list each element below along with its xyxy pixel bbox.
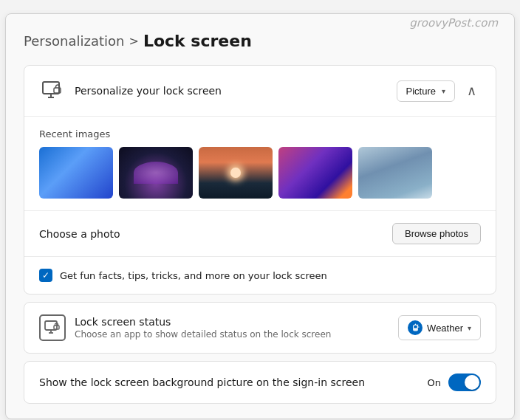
personalize-header-left: Personalize your lock screen [39, 78, 222, 104]
picture-dropdown-label: Picture [406, 86, 436, 97]
signin-label: Show the lock screen background picture … [39, 376, 365, 388]
lock-status-subtitle: Choose an app to show detailed status on… [75, 329, 331, 340]
weather-dropdown[interactable]: Weather ▾ [398, 315, 481, 340]
picture-dropdown[interactable]: Picture ▾ [397, 80, 455, 102]
settings-window: Personalization > Lock screen [5, 13, 515, 419]
weather-icon [408, 320, 422, 335]
breadcrumb-parent[interactable]: Personalization [24, 33, 124, 49]
monitor-lock-icon [39, 78, 66, 104]
signin-toggle[interactable] [448, 373, 481, 391]
personalize-card: Personalize your lock screen Picture ▾ ∧… [24, 65, 496, 295]
thumb-image-4[interactable] [358, 147, 432, 199]
thumb-image-3[interactable] [278, 147, 352, 199]
images-row [39, 147, 481, 199]
thumb-image-0[interactable] [39, 147, 113, 199]
breadcrumb: Personalization > Lock screen [24, 32, 496, 50]
lock-status-text: Lock screen status Choose an app to show… [75, 316, 331, 340]
signin-card: Show the lock screen background picture … [24, 361, 496, 404]
toggle-knob [465, 375, 479, 390]
fun-facts-label: Get fun facts, tips, tricks, and more on… [60, 270, 327, 281]
recent-images-section: Recent images [24, 117, 496, 210]
personalize-title: Personalize your lock screen [75, 85, 222, 97]
lock-status-left: Lock screen status Choose an app to show… [39, 314, 331, 341]
status-icon [39, 314, 66, 341]
thumb-image-1[interactable] [119, 147, 193, 199]
lock-status-title: Lock screen status [75, 316, 331, 328]
thumb-image-2[interactable] [199, 147, 273, 199]
lock-status-card: Lock screen status Choose an app to show… [24, 302, 496, 354]
collapse-button[interactable]: ∧ [462, 81, 481, 100]
watermark-text: groovyPost.com [409, 16, 498, 30]
weather-chevron: ▾ [468, 324, 471, 332]
signin-right: On [428, 373, 481, 391]
weather-label: Weather [427, 323, 463, 334]
breadcrumb-separator: > [129, 34, 138, 48]
checkmark-icon: ✓ [42, 271, 49, 280]
fun-facts-section: ✓ Get fun facts, tips, tricks, and more … [24, 257, 496, 294]
choose-photo-label: Choose a photo [39, 228, 120, 240]
personalize-header-right: Picture ▾ ∧ [397, 80, 481, 102]
personalize-header: Personalize your lock screen Picture ▾ ∧ [24, 66, 496, 116]
svg-line-10 [417, 325, 418, 326]
choose-photo-section: Choose a photo Browse photos [24, 211, 496, 256]
picture-dropdown-chevron: ▾ [442, 87, 445, 95]
breadcrumb-current: Lock screen [143, 32, 252, 50]
fun-facts-checkbox[interactable]: ✓ [39, 269, 52, 282]
page-outer: groovyPost.com Personalization > Lock sc… [0, 0, 520, 420]
signin-on-label: On [428, 377, 441, 388]
browse-photos-button[interactable]: Browse photos [392, 223, 481, 244]
recent-images-label: Recent images [39, 128, 481, 140]
